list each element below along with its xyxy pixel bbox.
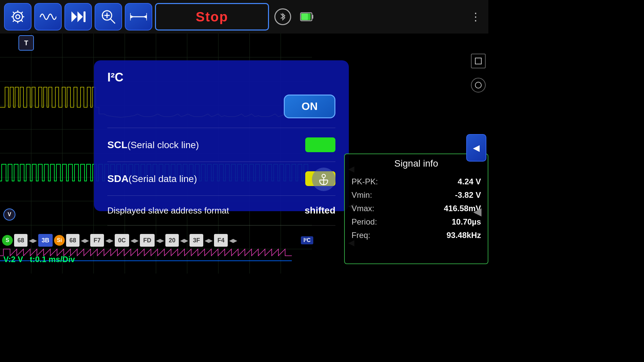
svg-marker-3	[77, 11, 83, 22]
more-button[interactable]: ⋮	[467, 10, 484, 23]
freq-label: Freq:	[352, 231, 370, 240]
side-icons	[471, 54, 486, 93]
i2c-data-line: S 68 ◀▶ 3B Si 68 ◀▶ F7 ◀▶ 0C ◀▶ FD ◀▶ 20…	[0, 230, 315, 251]
svg-rect-18	[301, 13, 308, 20]
svg-rect-4	[84, 11, 86, 22]
settings-button[interactable]	[4, 3, 32, 31]
svg-point-38	[322, 174, 325, 178]
vmin-row: Vmin: -3.82 V	[352, 188, 481, 202]
toolbar: Stop ⋮	[0, 0, 488, 34]
time-div-display: t:0.1 ms/Div	[30, 255, 75, 264]
badge-3b: 3B	[38, 234, 53, 247]
badge-s: S	[2, 235, 13, 246]
status-bar: V:2 V t:0.1 ms/Div	[3, 255, 75, 264]
vmin-label: Vmin:	[352, 190, 372, 200]
circle-icon	[471, 78, 486, 93]
i2c-on-button[interactable]: ON	[284, 95, 335, 118]
play-pause-button[interactable]	[64, 3, 92, 31]
period-row: Period: 10.70µs	[352, 215, 481, 229]
i2c-on-row: ON	[107, 95, 335, 128]
bluetooth-icon	[274, 8, 291, 25]
badge-20: 20	[165, 234, 179, 247]
i2c-title: I²C	[107, 70, 335, 84]
square-icon	[471, 54, 486, 68]
i2c-overlay: I²C ON SCL(Serial clock line) SDA(Serial…	[94, 60, 349, 211]
i2c-sda-row: SDA(Serial data line)	[107, 171, 335, 196]
badge-3f: 3F	[190, 234, 203, 247]
vmax-label: Vmax:	[352, 204, 374, 213]
badge-68-1: 68	[14, 234, 28, 247]
badge-fd: FD	[140, 234, 155, 247]
vmax-row: Vmax: 416.58mV	[352, 202, 481, 215]
fit-button[interactable]	[125, 3, 152, 31]
svg-marker-2	[71, 11, 77, 22]
svg-rect-41	[475, 58, 481, 64]
battery-icon	[297, 8, 317, 25]
period-label: Period:	[352, 217, 377, 227]
stop-label: Stop	[196, 9, 228, 24]
address-format-value[interactable]: shifted	[305, 205, 335, 216]
pk-pk-row: PK-PK: 4.24 V	[352, 175, 481, 188]
zoom-button[interactable]	[95, 3, 122, 31]
anchor-icon	[312, 168, 335, 191]
pk-pk-label: PK-PK:	[352, 177, 378, 186]
svg-line-6	[110, 19, 115, 23]
back-button[interactable]: ◀	[466, 134, 486, 162]
scl-label: SCL(Serial clock line)	[107, 139, 199, 150]
signal-info-header: Signal info	[352, 158, 481, 172]
vmin-value: -3.82 V	[455, 190, 481, 200]
badge-si: Si	[54, 235, 65, 246]
t-marker: T	[18, 35, 34, 51]
freq-row: Freq: 93.48kHz	[352, 229, 481, 242]
i2c-channel-label: I²C	[301, 236, 313, 244]
prev-button[interactable]: ◀	[469, 203, 486, 220]
svg-point-1	[13, 12, 22, 21]
svg-rect-16	[312, 15, 313, 19]
waveform-button[interactable]	[34, 3, 62, 31]
signal-info-panel: Signal info PK-PK: 4.24 V Vmin: -3.82 V …	[344, 154, 488, 264]
freq-value: 93.48kHz	[446, 231, 481, 240]
sda-label: SDA(Serial data line)	[107, 173, 197, 184]
svg-point-42	[475, 82, 481, 88]
v-marker: V	[3, 208, 15, 221]
pk-pk-value: 4.24 V	[458, 177, 481, 186]
badge-f4: F4	[214, 234, 228, 247]
svg-point-0	[16, 15, 20, 19]
voltage-display: V:2 V	[3, 255, 23, 264]
stop-button[interactable]: Stop	[155, 3, 269, 31]
badge-0c: 0C	[115, 234, 129, 247]
i2c-address-row: Displayed slave address format shifted	[107, 205, 335, 226]
scl-color-swatch[interactable]	[305, 137, 335, 152]
badge-68-2: 68	[66, 234, 79, 247]
i2c-scl-row: SCL(Serial clock line)	[107, 137, 335, 162]
badge-f7: F7	[90, 234, 104, 247]
address-format-label: Displayed slave address format	[107, 205, 229, 216]
